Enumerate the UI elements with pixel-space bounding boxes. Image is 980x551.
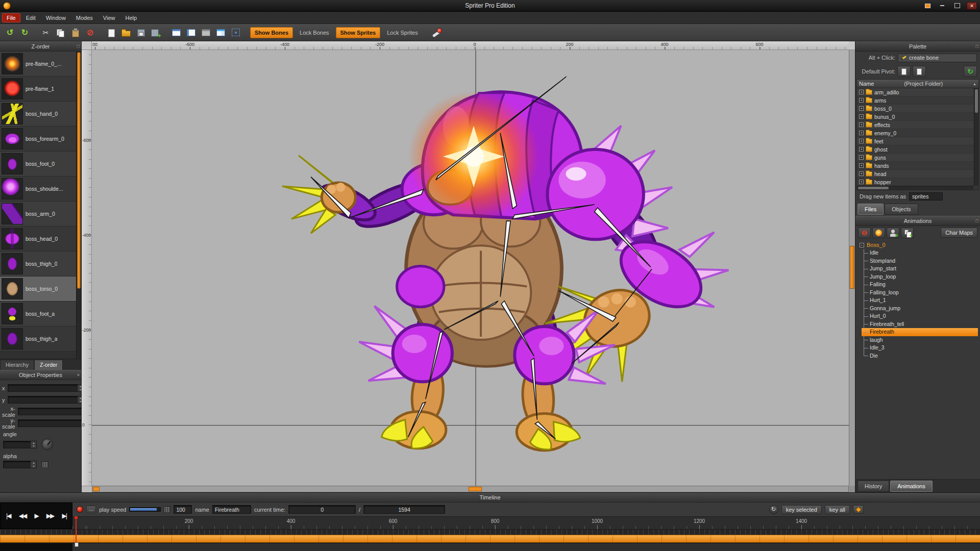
- animation-item[interactable]: laugh: [862, 336, 978, 344]
- horizontal-scrollbar[interactable]: [92, 486, 849, 492]
- animation-name-input[interactable]: [212, 505, 251, 514]
- toggle-button[interactable]: Show Bones: [250, 27, 293, 38]
- spinner[interactable]: ▲ ▼: [31, 441, 36, 448]
- project-folder-row[interactable]: + effects: [857, 121, 973, 129]
- undo-icon[interactable]: ↺: [3, 26, 17, 39]
- record-button[interactable]: [77, 506, 83, 513]
- angle-dial[interactable]: [42, 439, 53, 450]
- sprite-layer-item[interactable]: boss_torso_0: [0, 277, 76, 302]
- menu-item[interactable]: Modes: [71, 13, 97, 22]
- keyframe-options-button[interactable]: [853, 505, 864, 514]
- speed-stepper-icon[interactable]: [164, 506, 170, 513]
- project-folder-row[interactable]: + head: [857, 170, 973, 178]
- project-folder-row[interactable]: + hopper: [857, 178, 973, 186]
- palette-tab[interactable]: Objects: [885, 204, 918, 215]
- alpha-grid-icon[interactable]: [42, 461, 48, 468]
- animation-item[interactable]: Jump_start: [862, 265, 978, 273]
- animation-item[interactable]: Falling_loop: [862, 289, 978, 297]
- pivot-preset-button[interactable]: [913, 66, 926, 77]
- save-as-icon[interactable]: +: [149, 26, 162, 39]
- view-layout-b-icon[interactable]: [184, 26, 198, 39]
- view-grid-icon[interactable]: [214, 26, 228, 39]
- expand-icon[interactable]: +: [859, 171, 864, 176]
- timeline-ruler[interactable]: 200400600800100012001400: [72, 516, 980, 529]
- animation-root-row[interactable]: − Boss_0: [860, 241, 978, 249]
- scrollbar-handle[interactable]: [975, 89, 978, 113]
- project-folder-row[interactable]: + arm_adillo: [857, 88, 973, 96]
- expand-icon[interactable]: +: [859, 98, 864, 103]
- animation-item[interactable]: Firebreath_tell: [862, 320, 978, 329]
- sprite-layer-item[interactable]: boss_foot_a: [0, 302, 76, 327]
- sprite-layer-item[interactable]: boss_thigh_a: [0, 327, 76, 352]
- layout-toggle-icon[interactable]: [922, 2, 933, 10]
- menu-item[interactable]: Edit: [21, 13, 40, 22]
- go-to-end-button[interactable]: ▶|: [62, 512, 66, 519]
- toggle-button[interactable]: Lock Sprites: [382, 27, 423, 38]
- tree-scrollbar[interactable]: [974, 88, 978, 186]
- canvas-viewport[interactable]: [92, 50, 849, 486]
- project-folder-row[interactable]: + guns: [857, 154, 973, 162]
- panel-bottom-tab[interactable]: Animations: [890, 481, 932, 492]
- current-time-input[interactable]: [288, 505, 356, 514]
- menu-item[interactable]: Window: [41, 13, 70, 22]
- play-button[interactable]: ▶: [34, 512, 38, 519]
- toggle-button[interactable]: Lock Bones: [295, 27, 333, 38]
- delete-animation-button[interactable]: ⊖: [858, 228, 871, 238]
- menu-item[interactable]: Help: [121, 13, 142, 22]
- maximize-button[interactable]: [952, 2, 962, 10]
- sprite-layer-item[interactable]: pre-flame_1: [0, 77, 76, 102]
- total-time-input[interactable]: [363, 505, 445, 514]
- project-folder-row[interactable]: + arms: [857, 96, 973, 105]
- fit-view-icon[interactable]: [229, 26, 242, 39]
- expand-icon[interactable]: +: [859, 106, 864, 111]
- sprite-layer-item[interactable]: boss_foot_0: [0, 152, 76, 177]
- collapse-icon[interactable]: −: [860, 243, 864, 247]
- keyframe-track[interactable]: [0, 535, 980, 543]
- sprite-layer-item[interactable]: boss_forearm_0: [0, 127, 76, 152]
- file-tree-header[interactable]: Name (Project Folder) ▲: [856, 79, 979, 88]
- go-to-start-button[interactable]: |◀: [6, 512, 10, 519]
- close-panel-icon[interactable]: ×: [77, 371, 80, 379]
- minimize-button[interactable]: [937, 2, 947, 10]
- spinner[interactable]: ▲ ▼: [31, 461, 36, 468]
- alpha-input[interactable]: [4, 461, 31, 468]
- spin-down-icon[interactable]: ▼: [31, 444, 36, 448]
- vertical-scrollbar[interactable]: [849, 50, 855, 486]
- animation-item[interactable]: Gonna_jump: [862, 305, 978, 313]
- open-folder-icon[interactable]: [119, 26, 133, 39]
- x-scale-input[interactable]: [18, 408, 88, 415]
- menu-item[interactable]: View: [99, 13, 120, 22]
- spin-down-icon[interactable]: ▼: [31, 465, 36, 468]
- y-scale-input[interactable]: [18, 420, 88, 427]
- paste-icon[interactable]: [68, 26, 82, 39]
- key-all-button[interactable]: key all: [825, 505, 850, 514]
- pivot-preset-button[interactable]: [897, 66, 911, 77]
- float-panel-icon[interactable]: □: [976, 217, 978, 224]
- create-bone-field[interactable]: create bone: [898, 54, 977, 62]
- sprite-layer-item[interactable]: pre-flame_0_...: [0, 52, 76, 77]
- copy-icon[interactable]: [54, 26, 67, 39]
- panel-tab[interactable]: Hierarchy: [0, 360, 34, 370]
- sprite-layer-item[interactable]: boss_thigh_0: [0, 252, 76, 277]
- duplicate-animation-button[interactable]: +: [901, 228, 914, 238]
- prev-keyframe-button[interactable]: ◀◀: [19, 512, 26, 519]
- timeline-options-button[interactable]: ...: [86, 506, 96, 513]
- sprite-layer-item[interactable]: boss_head_0: [0, 227, 76, 252]
- scrollbar-handle[interactable]: [858, 187, 889, 189]
- expand-icon[interactable]: +: [859, 114, 864, 119]
- active-animation-button[interactable]: [872, 228, 885, 238]
- sort-icon[interactable]: ▲: [973, 82, 976, 86]
- animation-item[interactable]: Die: [862, 352, 978, 360]
- float-panel-icon[interactable]: □: [77, 43, 80, 50]
- project-folder-row[interactable]: + enemy_0: [857, 129, 973, 137]
- char-maps-button[interactable]: Char Maps: [941, 228, 977, 238]
- expand-icon[interactable]: +: [859, 139, 864, 143]
- panel-tab[interactable]: Z-order: [34, 360, 63, 370]
- project-folder-row[interactable]: + boss_0: [857, 105, 973, 113]
- scrollbar-handle[interactable]: [77, 52, 81, 289]
- animation-item[interactable]: Hurt_1: [862, 296, 978, 305]
- cut-icon[interactable]: ✂: [39, 26, 53, 39]
- scrollbar-handle[interactable]: [469, 487, 482, 491]
- bone-tool-icon[interactable]: [429, 26, 444, 39]
- save-icon[interactable]: [134, 26, 148, 39]
